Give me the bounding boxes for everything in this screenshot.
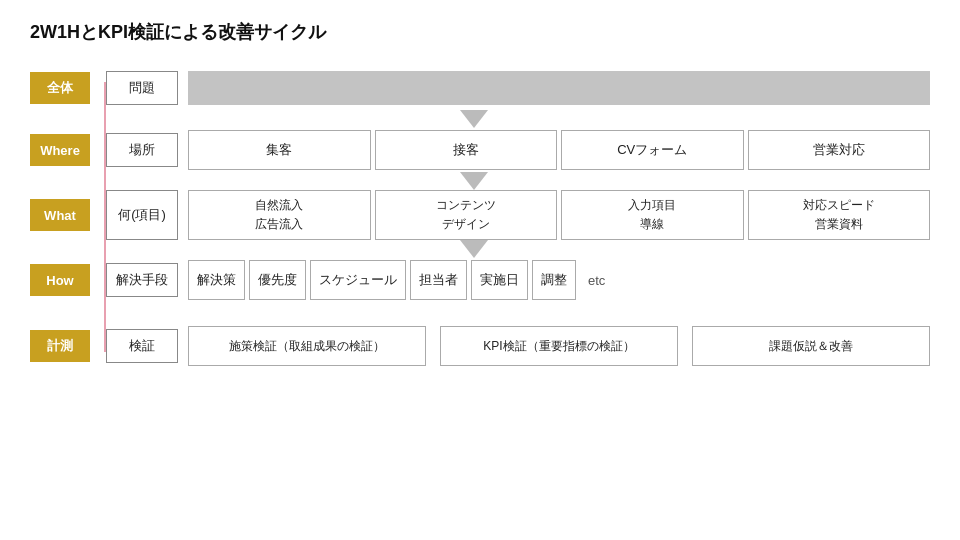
how-cell-3: 担当者 [410, 260, 467, 300]
sublabel-how: 解決手段 [106, 263, 178, 297]
where-cell-2: CVフォーム [561, 130, 744, 170]
row-keisoku: 計測 検証 施策検証（取組成果の検証） KPI検証（重要指標の検証） 課題仮説＆… [30, 320, 930, 372]
badge-where: Where [30, 134, 90, 166]
arrow-gap-1 [30, 114, 930, 124]
row-what: What 何(項目) 自然流入 広告流入 コンテンツ デザイン 入力項目 導線 … [30, 186, 930, 244]
what-cell-1: コンテンツ デザイン [375, 190, 558, 240]
row-how: How 解決手段 解決策 優先度 スケジュール 担当者 実施日 調整 etc [30, 254, 930, 306]
how-cell-2: スケジュール [310, 260, 406, 300]
verify-cell-1: KPI検証（重要指標の検証） [440, 326, 678, 366]
content-keisoku: 施策検証（取組成果の検証） KPI検証（重要指標の検証） 課題仮説＆改善 [188, 326, 930, 366]
sublabel-keisoku: 検証 [106, 329, 178, 363]
content-zentai [188, 71, 930, 105]
how-cell-1: 優先度 [249, 260, 306, 300]
where-cell-3: 営業対応 [748, 130, 931, 170]
arrow-gap-2 [30, 176, 930, 186]
content-how: 解決策 優先度 スケジュール 担当者 実施日 調整 etc [188, 260, 930, 300]
how-cell-5: 調整 [532, 260, 576, 300]
what-cell-3: 対応スピード 営業資料 [748, 190, 931, 240]
sublabel-what: 何(項目) [106, 190, 178, 240]
fullbar-zentai [188, 71, 930, 105]
verify-cell-2: 課題仮説＆改善 [692, 326, 930, 366]
row-zentai: 全体 問題 [30, 62, 930, 114]
sublabel-zentai: 問題 [106, 71, 178, 105]
badge-zentai: 全体 [30, 72, 90, 104]
diagram: 全体 問題 Where 場所 集客 接客 CVフォーム 営業対応 What 何(… [30, 62, 930, 372]
badge-keisoku: 計測 [30, 330, 90, 362]
badge-what: What [30, 199, 90, 231]
spacer-bottom [30, 306, 930, 320]
arrow-gap-3 [30, 244, 930, 254]
verify-cell-0: 施策検証（取組成果の検証） [188, 326, 426, 366]
content-what: 自然流入 広告流入 コンテンツ デザイン 入力項目 導線 対応スピード 営業資料 [188, 190, 930, 240]
badge-how: How [30, 264, 90, 296]
what-cell-2: 入力項目 導線 [561, 190, 744, 240]
where-cell-0: 集客 [188, 130, 371, 170]
row-where: Where 場所 集客 接客 CVフォーム 営業対応 [30, 124, 930, 176]
where-cell-1: 接客 [375, 130, 558, 170]
how-etc: etc [580, 260, 613, 300]
how-cell-0: 解決策 [188, 260, 245, 300]
page-title: 2W1HとKPI検証による改善サイクル [30, 20, 930, 44]
how-cell-4: 実施日 [471, 260, 528, 300]
content-where: 集客 接客 CVフォーム 営業対応 [188, 130, 930, 170]
sublabel-where: 場所 [106, 133, 178, 167]
what-cell-0: 自然流入 広告流入 [188, 190, 371, 240]
